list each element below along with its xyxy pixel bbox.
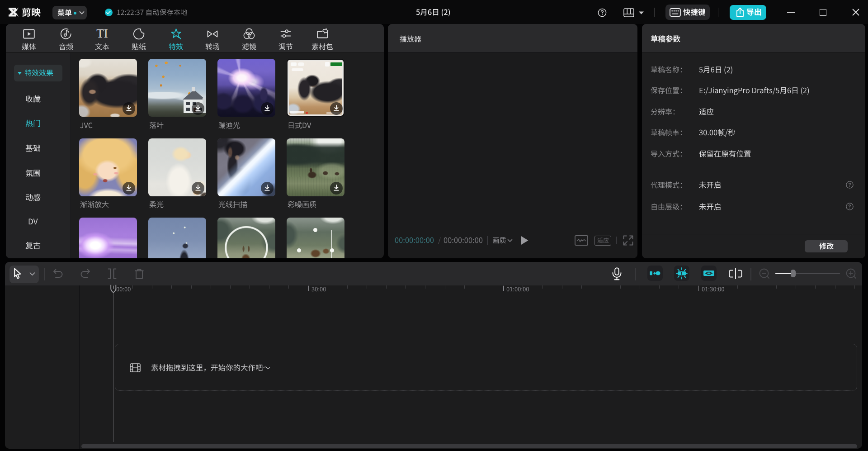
svg-text:TI: TI: [96, 27, 108, 40]
